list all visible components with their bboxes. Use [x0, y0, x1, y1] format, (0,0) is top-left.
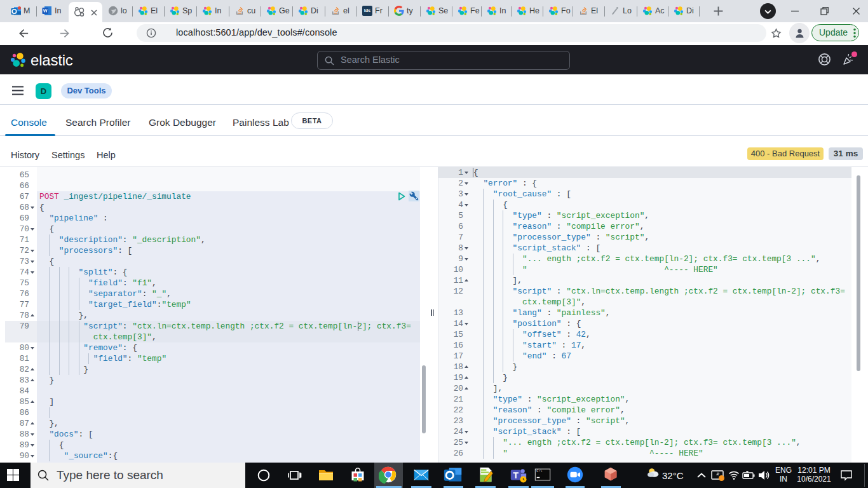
svg-text:C:\: C:\ — [536, 470, 542, 473]
